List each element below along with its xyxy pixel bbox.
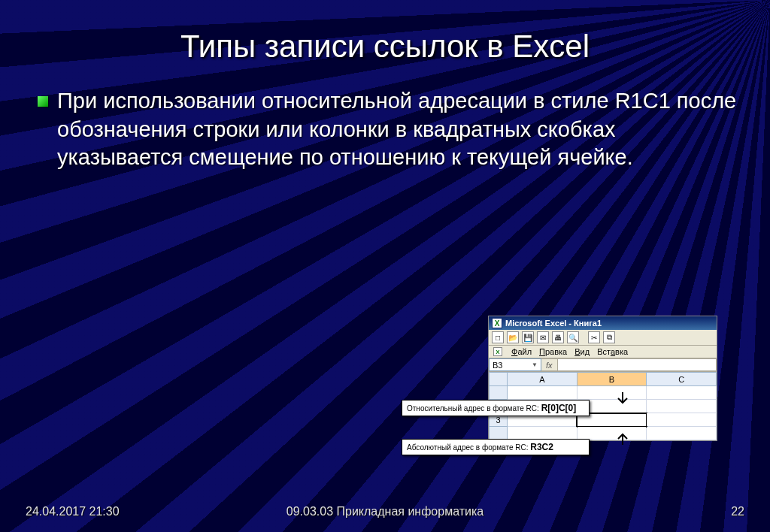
menu-file: Файл — [511, 347, 532, 356]
callout-absolute: Абсолютный адрес в формате RC: R3C2 — [402, 439, 590, 455]
excel-window-title: Microsoft Excel - Книга1 — [505, 319, 602, 328]
corner-header — [490, 373, 508, 386]
slide-title: Типы записи ссылок в Excel — [0, 0, 770, 65]
cell — [647, 386, 717, 400]
arrow-down-icon — [614, 391, 632, 409]
row-header-blank — [490, 386, 508, 400]
preview-icon: 🔍 — [567, 331, 579, 343]
excel-figure: X Microsoft Excel - Книга1 □ 📂 💾 ✉ 🖶 🔍 ✂… — [488, 316, 717, 441]
copy-icon: ⧉ — [603, 331, 615, 343]
formula-bar-fx: fx — [541, 358, 558, 371]
excel-menubar: X Файл Правка Вид Вставка — [489, 346, 717, 358]
menu-insert: Вставка — [597, 347, 628, 356]
bullet-text: При использовании относительной адресаци… — [57, 87, 740, 172]
excel-app-icon: X — [492, 318, 502, 328]
callout-relative-value: R[0]C[0] — [541, 403, 577, 413]
cell — [577, 386, 647, 400]
cell — [508, 386, 578, 400]
cell — [647, 413, 717, 427]
footer-course: 09.03.03 Прикладная информатика — [286, 505, 484, 518]
cell — [647, 427, 717, 440]
bullet-icon — [38, 96, 48, 107]
menu-view: Вид — [574, 347, 590, 356]
slide-footer: 24.04.2017 21:30 09.03.03 Прикладная инф… — [0, 505, 770, 518]
name-box: B3 ▼ — [489, 358, 541, 371]
open-icon: 📂 — [507, 331, 519, 343]
col-header-c: C — [647, 373, 717, 386]
callout-relative: Относительный адрес в формате RC: R[0]C[… — [402, 400, 590, 416]
callout-absolute-value: R3C2 — [530, 442, 553, 452]
col-header-a: A — [508, 373, 578, 386]
callout-absolute-label: Абсолютный адрес в формате RC: — [407, 443, 529, 452]
bullet-item: При использовании относительной адресаци… — [38, 87, 740, 172]
new-icon: □ — [492, 331, 504, 343]
excel-toolbar: □ 📂 💾 ✉ 🖶 🔍 ✂ ⧉ — [489, 330, 717, 346]
mail-icon: ✉ — [537, 331, 549, 343]
print-icon: 🖶 — [552, 331, 564, 343]
excel-titlebar: X Microsoft Excel - Книга1 — [489, 316, 717, 330]
save-icon: 💾 — [522, 331, 534, 343]
excel-doc-icon: X — [493, 347, 502, 356]
dropdown-icon: ▼ — [532, 361, 538, 368]
callout-relative-label: Относительный адрес в формате RC: — [407, 404, 539, 413]
cut-icon: ✂ — [588, 331, 600, 343]
footer-page: 22 — [731, 505, 744, 518]
arrow-up-icon — [614, 428, 632, 446]
formula-bar — [558, 358, 717, 371]
col-header-b: B — [577, 373, 647, 386]
footer-date: 24.04.2017 21:30 — [26, 505, 120, 518]
menu-edit: Правка — [539, 347, 567, 356]
cell — [647, 400, 717, 413]
